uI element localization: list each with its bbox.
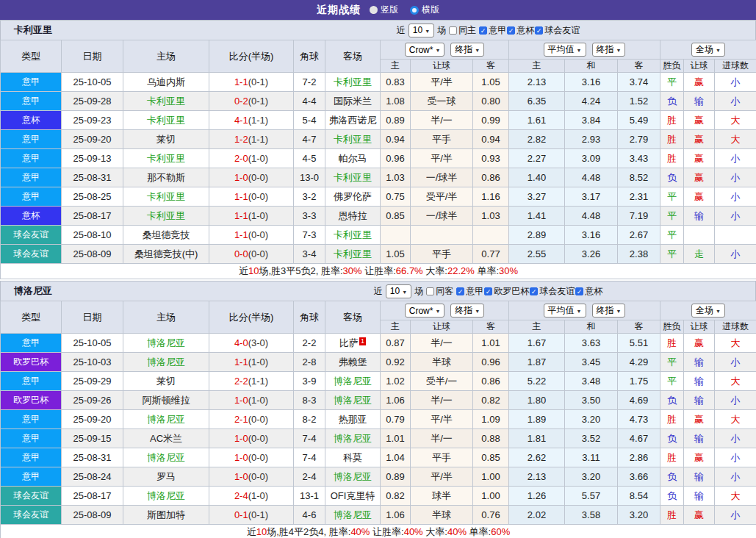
league-filter[interactable]: ✓意甲 <box>479 24 506 37</box>
league-badge: 球会友谊 <box>1 245 62 264</box>
avg-away: 1.52 <box>618 92 660 111</box>
result-handicap: 输 <box>684 207 715 226</box>
match-score: 1-0(0-0) <box>209 429 294 448</box>
home-team: 莱切 <box>123 372 209 391</box>
checkbox-checked-icon[interactable]: ✓ <box>575 287 583 295</box>
match-score: 1-0(0-0) <box>209 448 294 467</box>
avg-home: 2.13 <box>509 73 565 92</box>
result-goals: 小 <box>715 353 756 372</box>
avg-away: 2.86 <box>618 448 660 467</box>
odds-stage-select[interactable]: 终指▼ <box>450 304 484 318</box>
league-filter-label: 球会友谊 <box>544 24 580 37</box>
odds-handicap: 半/一 <box>411 391 473 410</box>
result-wdl: 胜 <box>660 410 684 429</box>
away-team: 博洛尼亚 <box>325 467 381 487</box>
match-date: 25-08-31 <box>62 448 123 467</box>
avg-draw: 3.16 <box>565 226 618 245</box>
avg-draw: 3.84 <box>565 111 618 130</box>
match-row: 球会友谊 25-08-09 桑坦德竞技(中) 0-0(0-0) 3-4 卡利亚里… <box>1 245 756 264</box>
checkbox-checked-icon[interactable]: ✓ <box>484 287 492 295</box>
match-score: 0-1(0-1) <box>209 506 294 525</box>
avg-select[interactable]: 平均值▼ <box>544 43 586 57</box>
match-row: 意甲 25-10-05 乌迪内斯 1-1(0-1) 7-2 卡利亚里 0.83 … <box>1 73 756 92</box>
col-header-score: 比分(半场) <box>209 301 294 334</box>
odds-home: 0.82 <box>381 487 411 506</box>
scope-select[interactable]: 全场▼ <box>691 43 725 57</box>
same-venue-filter[interactable]: 同客 <box>426 285 453 298</box>
avg-home: 1.67 <box>509 334 565 353</box>
corner-score: 13-1 <box>294 487 325 506</box>
league-badge: 意甲 <box>1 410 62 429</box>
result-goals: 小 <box>715 73 756 92</box>
radio-selected-icon[interactable] <box>410 6 419 15</box>
checkbox-checked-icon[interactable]: ✓ <box>507 26 515 35</box>
avg-away: 5.51 <box>618 334 660 353</box>
odds-handicap: 一/球半 <box>411 168 473 187</box>
match-date: 25-08-17 <box>62 487 123 506</box>
radio-unselected-icon[interactable] <box>370 6 378 14</box>
match-date: 25-08-31 <box>62 168 123 187</box>
avg-home: 2.62 <box>509 448 565 467</box>
avg-draw: 3.50 <box>565 391 618 410</box>
team-bar: 卡利亚里 近 10 ▼ 场 同主 ✓意甲✓意杯✓球会友谊 <box>0 20 756 40</box>
avg-stage-select[interactable]: 终指▼ <box>592 43 626 57</box>
checkbox-checked-icon[interactable]: ✓ <box>530 287 538 295</box>
chevron-down-icon: ▼ <box>716 309 721 314</box>
match-score: 1-1(0-1) <box>209 73 294 92</box>
filter-bar: 近 10 ▼ 场 同客 ✓意甲✓欧罗巴杯✓球会友谊✓意杯 <box>154 284 602 298</box>
avg-select[interactable]: 平均值▼ <box>544 304 586 318</box>
avg-home: 1.26 <box>509 487 565 506</box>
league-filter[interactable]: ✓意甲 <box>456 285 483 298</box>
results-body: 意甲 25-10-05 乌迪内斯 1-1(0-1) 7-2 卡利亚里 0.83 … <box>1 73 756 264</box>
odds-away: 1.00 <box>473 487 509 506</box>
bookmaker-select[interactable]: Crow*▼ <box>405 43 445 57</box>
sub-header-odds-home: 主 <box>381 320 411 334</box>
result-handicap: 输 <box>684 467 715 487</box>
avg-stage-select[interactable]: 终指▼ <box>592 304 626 318</box>
league-filter-label: 意杯 <box>585 285 602 298</box>
recent-count-select[interactable]: 10 ▼ <box>408 24 434 37</box>
match-row: 意杯 25-08-17 卡利亚里 1-1(1-0) 3-3 恩特拉 0.85 一… <box>1 207 756 226</box>
checkbox-unchecked-icon[interactable] <box>449 26 457 35</box>
league-filter[interactable]: ✓意杯 <box>507 24 534 37</box>
match-date: 25-08-09 <box>62 245 123 264</box>
match-score: 2-2(1-1) <box>209 372 294 391</box>
corner-score: 4-7 <box>294 130 325 149</box>
layout-radio-vertical[interactable]: 竖版 <box>370 4 398 16</box>
recent-count-select[interactable]: 10 ▼ <box>386 284 411 298</box>
odds-home: 0.79 <box>381 410 411 429</box>
checkbox-checked-icon[interactable]: ✓ <box>479 26 487 35</box>
league-filter[interactable]: ✓意杯 <box>575 285 602 298</box>
same-venue-filter[interactable]: 同主 <box>449 24 476 37</box>
league-filters: ✓意甲✓意杯✓球会友谊 <box>479 24 580 37</box>
result-handicap: 输 <box>684 391 715 410</box>
odds-home: 0.83 <box>381 73 411 92</box>
league-filter-label: 意杯 <box>516 24 534 37</box>
bookmaker-select[interactable]: Crow*▼ <box>405 304 445 318</box>
sub-header-handicap-result: 让球 <box>684 320 715 334</box>
same-venue-label: 同主 <box>458 24 476 37</box>
league-filter-label: 意甲 <box>466 285 483 298</box>
checkbox-unchecked-icon[interactable] <box>426 287 434 295</box>
odds-away: 0.94 <box>473 130 509 149</box>
league-filter[interactable]: ✓球会友谊 <box>535 24 580 37</box>
checkbox-checked-icon[interactable]: ✓ <box>535 26 543 35</box>
results-table: 类型 日期 主场 比分(半场) 角球 客场 Crow*▼ 终指▼ 平均值 <box>0 301 756 538</box>
away-team: 佛罗伦萨 <box>325 187 381 207</box>
sub-header-handicap-result: 让球 <box>684 60 715 73</box>
scope-select[interactable]: 全场▼ <box>691 304 725 318</box>
checkbox-checked-icon[interactable]: ✓ <box>456 287 464 295</box>
odds-handicap: 半/一 <box>411 111 473 130</box>
match-row: 欧罗巴杯 25-09-26 阿斯顿维拉 1-0(1-0) 8-3 博洛尼亚 1.… <box>1 391 756 410</box>
odds-stage-select[interactable]: 终指▼ <box>450 43 484 57</box>
match-row: 意杯 25-09-23 卡利亚里 4-1(1-1) 5-4 弗洛西诺尼 0.89… <box>1 111 756 130</box>
league-filter[interactable]: ✓球会友谊 <box>530 285 575 298</box>
team-name: 博洛尼亚 <box>14 284 52 298</box>
avg-away: 2.31 <box>618 187 660 207</box>
avg-away: 2.67 <box>618 226 660 245</box>
layout-radio-horizontal[interactable]: 横版 <box>410 4 439 16</box>
league-filter[interactable]: ✓欧罗巴杯 <box>484 285 529 298</box>
result-wdl: 平 <box>660 226 684 245</box>
match-score: 1-1(0-0) <box>209 226 294 245</box>
match-date: 25-09-13 <box>62 149 123 168</box>
